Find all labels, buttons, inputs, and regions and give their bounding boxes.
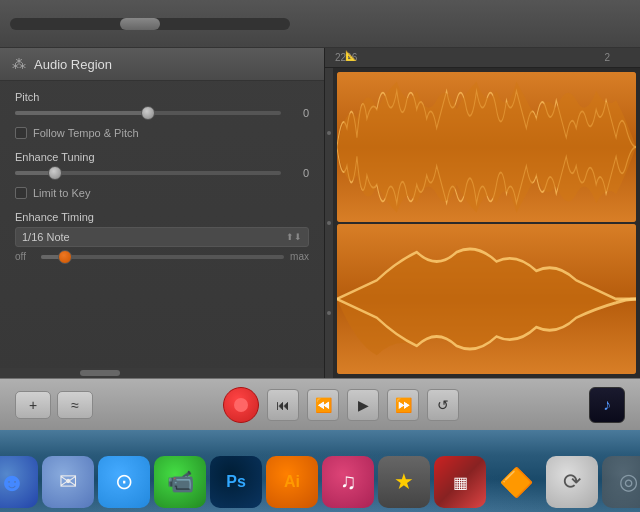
limit-to-key-checkbox[interactable] xyxy=(15,187,27,199)
waveform-svg-1 xyxy=(337,72,636,222)
left-panel: ⁂ Audio Region Pitch 0 xyxy=(0,48,325,378)
side-bar xyxy=(325,68,333,378)
play-icon: ▶ xyxy=(358,397,369,413)
itunes-icon: ♫ xyxy=(340,469,357,495)
back-button[interactable]: ⏪ xyxy=(307,389,339,421)
timing-slider-thumb[interactable] xyxy=(58,250,72,264)
back-icon: ⏪ xyxy=(315,397,332,413)
play-button[interactable]: ▶ xyxy=(347,389,379,421)
enhance-tuning-value: 0 xyxy=(289,167,309,179)
forward-icon: ⏩ xyxy=(395,397,412,413)
limit-to-key-label: Limit to Key xyxy=(33,187,90,199)
dock-item-partial[interactable]: ◎ xyxy=(602,456,640,508)
limit-to-key-row: Limit to Key xyxy=(15,187,309,199)
mail-icon: ✉ xyxy=(59,469,77,495)
pitch-value: 0 xyxy=(289,107,309,119)
top-scroll-area xyxy=(0,0,640,48)
panel-header: ⁂ Audio Region xyxy=(0,48,324,81)
imovie-icon: ★ xyxy=(394,469,414,495)
panel-scroll-thumb[interactable] xyxy=(80,370,120,376)
dock-item-finder[interactable]: ☻ xyxy=(0,456,38,508)
dock-item-itunes[interactable]: ♫ xyxy=(322,456,374,508)
panel-title: Audio Region xyxy=(34,57,112,72)
pitch-slider-fill xyxy=(15,111,148,115)
dock-item-vlc[interactable]: 🔶 xyxy=(490,456,542,508)
pitch-slider-thumb[interactable] xyxy=(141,106,155,120)
wave-button[interactable]: ≈ xyxy=(57,391,93,419)
timing-dropdown[interactable]: 1/16 Note ⬆⬇ xyxy=(15,227,309,247)
dropdown-arrow-icon: ⬆⬇ xyxy=(286,232,302,242)
music-library-button[interactable]: ♪ xyxy=(589,387,625,423)
side-dot-3 xyxy=(327,311,331,315)
enhance-timing-label: Enhance Timing xyxy=(15,211,309,223)
enhance-tuning-slider-row: 0 xyxy=(15,167,309,179)
forward-button[interactable]: ⏩ xyxy=(387,389,419,421)
record-button[interactable] xyxy=(223,387,259,423)
enhance-timing-dropdown-row: 1/16 Note ⬆⬇ xyxy=(15,227,309,247)
enhance-tuning-track[interactable] xyxy=(15,171,281,175)
toolbar-center: ⏮ ⏪ ▶ ⏩ ↺ xyxy=(223,387,459,423)
timing-dropdown-value: 1/16 Note xyxy=(22,231,70,243)
dock-item-illustrator[interactable]: Ai xyxy=(266,456,318,508)
enhance-tuning-label: Enhance Tuning xyxy=(15,151,309,163)
app-container: ⁂ Audio Region Pitch 0 xyxy=(0,0,640,430)
dock-item-mail[interactable]: ✉ xyxy=(42,456,94,508)
panel-bottom-scroll xyxy=(0,368,324,378)
track-area xyxy=(325,68,640,378)
timing-minmax-row: off max xyxy=(15,251,309,262)
rewind-icon: ⏮ xyxy=(276,397,290,413)
pitch-label: Pitch xyxy=(15,91,309,103)
timeline-header: 2296 📐 2 xyxy=(325,48,640,68)
panel-body: Pitch 0 Follow Tempo & Pitch xyxy=(0,81,324,368)
dock: ☻ ✉ ⊙ 📹 Ps Ai ♫ ★ ▦ 🔶 ⟳ ◎ xyxy=(0,430,640,512)
safari-icon: ⊙ xyxy=(115,469,133,495)
follow-tempo-label: Follow Tempo & Pitch xyxy=(33,127,139,139)
follow-tempo-checkbox[interactable] xyxy=(15,127,27,139)
record-dot xyxy=(234,398,248,412)
toolbar-right: ♪ xyxy=(589,387,625,423)
follow-tempo-row: Follow Tempo & Pitch xyxy=(15,127,309,139)
right-panel: 2296 📐 2 xyxy=(325,48,640,378)
dock-item-timemachine[interactable]: ⟳ xyxy=(546,456,598,508)
timing-slider-track[interactable] xyxy=(41,255,284,259)
waveform-tracks xyxy=(333,68,640,378)
enhance-timing-section: Enhance Timing 1/16 Note ⬆⬇ off m xyxy=(15,207,309,262)
rewind-button[interactable]: ⏮ xyxy=(267,389,299,421)
timing-max-label: max xyxy=(290,251,309,262)
dock-item-photoshop[interactable]: Ps xyxy=(210,456,262,508)
side-dot-1 xyxy=(327,131,331,135)
timeline-marker-2: 2 xyxy=(604,52,610,63)
pitch-slider-track[interactable] xyxy=(15,111,281,115)
imagegrid-icon: ▦ xyxy=(453,473,468,492)
toolbar: + ≈ ⏮ ⏪ ▶ ⏩ ↺ ♪ xyxy=(0,378,640,430)
dock-item-facetime[interactable]: 📹 xyxy=(154,456,206,508)
timing-min-label: off xyxy=(15,251,35,262)
loop-icon: ↺ xyxy=(437,397,449,413)
vlc-icon: 🔶 xyxy=(499,466,534,499)
timeline-icon: 📐 xyxy=(345,50,357,61)
side-dot-2 xyxy=(327,221,331,225)
dock-item-safari[interactable]: ⊙ xyxy=(98,456,150,508)
add-button[interactable]: + xyxy=(15,391,51,419)
pitch-section: Pitch 0 xyxy=(15,91,309,119)
pitch-slider-row: 0 xyxy=(15,107,309,119)
finder-icon: ☻ xyxy=(0,467,26,498)
dock-item-imagegrid[interactable]: ▦ xyxy=(434,456,486,508)
waveform-track-2 xyxy=(337,224,636,374)
scroll-thumb[interactable] xyxy=(120,18,160,30)
audio-region-icon: ⁂ xyxy=(12,56,26,72)
waveform-svg-2 xyxy=(337,224,636,374)
enhance-tuning-section: Enhance Tuning 0 xyxy=(15,147,309,179)
toolbar-left: + ≈ xyxy=(15,391,93,419)
music-note-icon: ♪ xyxy=(603,396,611,414)
partial-icon: ◎ xyxy=(619,469,638,495)
horizontal-scrollbar[interactable] xyxy=(10,18,290,30)
photoshop-icon: Ps xyxy=(226,473,246,491)
main-content: ⁂ Audio Region Pitch 0 xyxy=(0,48,640,378)
loop-button[interactable]: ↺ xyxy=(427,389,459,421)
dock-item-imovie[interactable]: ★ xyxy=(378,456,430,508)
illustrator-icon: Ai xyxy=(284,473,300,491)
waveform-track-1 xyxy=(337,72,636,222)
enhance-tuning-thumb[interactable] xyxy=(48,166,62,180)
facetime-icon: 📹 xyxy=(167,469,194,495)
